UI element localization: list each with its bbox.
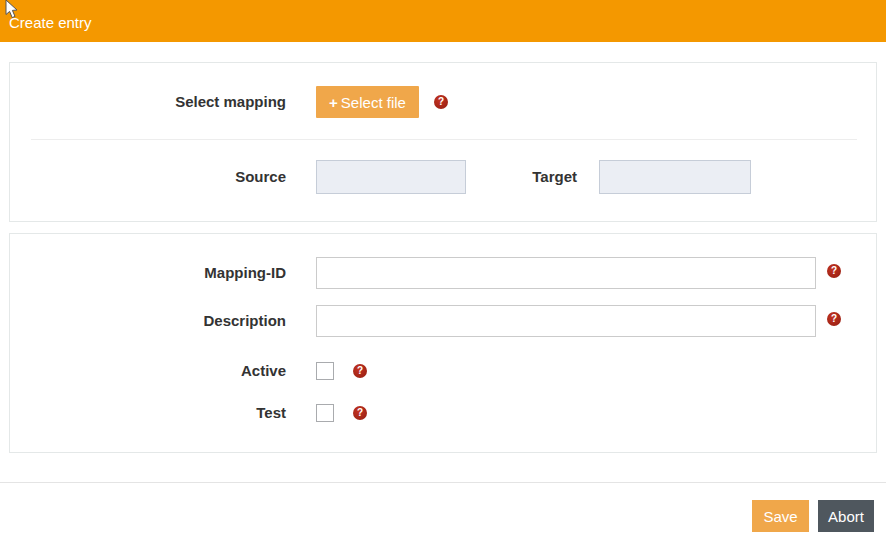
source-label: Source bbox=[10, 160, 286, 194]
select-mapping-help-icon[interactable]: ? bbox=[434, 95, 448, 109]
save-button[interactable]: Save bbox=[752, 500, 809, 532]
plus-icon: + bbox=[329, 94, 338, 111]
description-input[interactable] bbox=[316, 305, 816, 337]
panel-divider bbox=[31, 139, 857, 140]
active-help-icon[interactable]: ? bbox=[353, 364, 367, 378]
abort-button[interactable]: Abort bbox=[818, 500, 874, 532]
mapping-id-label: Mapping-ID bbox=[10, 257, 286, 289]
mapping-selection-panel: Select mapping +Select file ? Source Tar… bbox=[9, 62, 877, 222]
mapping-id-help-icon[interactable]: ? bbox=[827, 264, 841, 278]
select-file-button[interactable]: +Select file bbox=[316, 86, 419, 118]
description-label: Description bbox=[10, 305, 286, 337]
test-label: Test bbox=[10, 397, 286, 429]
page: Create entry Select mapping +Select file… bbox=[0, 0, 886, 546]
footer-divider bbox=[0, 482, 886, 483]
target-input bbox=[599, 160, 751, 194]
test-checkbox[interactable] bbox=[316, 404, 334, 422]
target-label: Target bbox=[410, 160, 577, 194]
active-checkbox[interactable] bbox=[316, 362, 334, 380]
page-title: Create entry bbox=[9, 14, 92, 31]
page-header: Create entry bbox=[0, 0, 886, 42]
select-file-button-label: Select file bbox=[341, 94, 406, 111]
mapping-id-input[interactable] bbox=[316, 257, 816, 289]
description-help-icon[interactable]: ? bbox=[827, 312, 841, 326]
entry-details-panel: Mapping-ID ? Description ? Active ? Test… bbox=[9, 233, 877, 453]
select-mapping-label: Select mapping bbox=[10, 86, 286, 118]
test-help-icon[interactable]: ? bbox=[353, 406, 367, 420]
active-label: Active bbox=[10, 355, 286, 387]
mouse-cursor-icon bbox=[5, 0, 19, 20]
